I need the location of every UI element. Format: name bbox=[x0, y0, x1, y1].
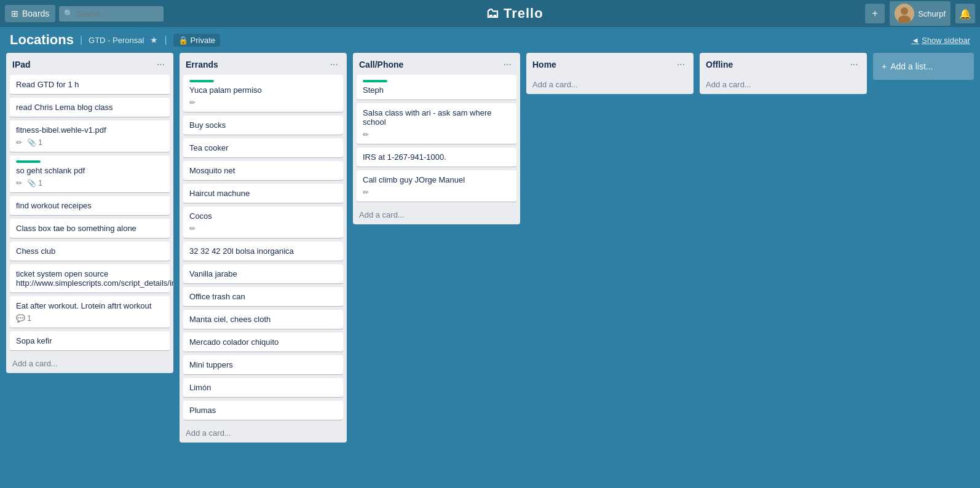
card[interactable]: read Chris Lema blog class bbox=[10, 98, 170, 117]
card-text: Buy socks bbox=[189, 120, 226, 130]
list-cards: Read GTD for 1 hread Chris Lema blog cla… bbox=[6, 75, 173, 354]
separator: | bbox=[80, 34, 82, 45]
list-header: Home··· bbox=[526, 53, 694, 75]
edit-icon: ✏ bbox=[16, 138, 22, 147]
svg-point-1 bbox=[901, 7, 908, 15]
attach-icon: 📎 1 bbox=[27, 179, 42, 187]
nav-left: ⊞ Boards 🔍 bbox=[5, 5, 164, 22]
card-text: Vanilla jarabe bbox=[189, 269, 237, 278]
card[interactable]: fitness-bibel.wehle-v1.pdf✏📎 1 bbox=[10, 120, 170, 152]
card[interactable]: Read GTD for 1 h bbox=[10, 75, 170, 94]
add-card-button[interactable]: Add a card... bbox=[180, 423, 347, 443]
card[interactable]: 32 32 42 20l bolsa inorganica bbox=[183, 242, 343, 261]
add-card-button[interactable]: Add a card... bbox=[700, 75, 867, 94]
list-menu-button[interactable]: ··· bbox=[154, 58, 167, 71]
card[interactable]: Mini tuppers bbox=[183, 355, 343, 374]
list-header: Errands··· bbox=[180, 53, 347, 75]
card-text: fitness-bibel.wehle-v1.pdf bbox=[16, 125, 106, 135]
card[interactable]: Mosquito net bbox=[183, 161, 343, 180]
card[interactable]: Yuca palam permiso✏ bbox=[183, 75, 343, 112]
board-title[interactable]: Locations bbox=[10, 32, 74, 48]
list-header: Call/Phone··· bbox=[353, 53, 520, 75]
edit-icon: ✏ bbox=[363, 130, 369, 139]
card[interactable]: Limón bbox=[183, 378, 343, 397]
add-card-button[interactable]: Add a card... bbox=[526, 75, 694, 94]
chevron-left-icon: ◄ bbox=[911, 36, 919, 45]
add-button[interactable]: + bbox=[865, 4, 885, 23]
list-call-phone: Call/Phone···StephSalsa class with ari -… bbox=[353, 53, 520, 224]
privacy-label: Private bbox=[191, 36, 215, 45]
avatar-image bbox=[895, 4, 914, 23]
add-card-button[interactable]: Add a card... bbox=[6, 354, 173, 373]
card[interactable]: Plumas bbox=[183, 401, 343, 420]
card-text: Mercado colador chiquito bbox=[189, 337, 279, 347]
card[interactable]: so geht schlank pdf✏📎 1 bbox=[10, 155, 170, 192]
notification-button[interactable]: 🔔 bbox=[955, 4, 975, 23]
card-footer: ✏ bbox=[189, 98, 337, 107]
card[interactable]: find workout receipes bbox=[10, 196, 170, 215]
card[interactable]: Manta ciel, chees cloth bbox=[183, 310, 343, 329]
star-icon[interactable]: ★ bbox=[150, 35, 158, 45]
card-footer: ✏📎 1 bbox=[16, 138, 164, 147]
edit-icon: ✏ bbox=[16, 179, 22, 187]
search-wrapper: 🔍 bbox=[59, 6, 164, 22]
card[interactable]: ticket system open source http://www.sim… bbox=[10, 264, 170, 293]
card[interactable]: Chess club bbox=[10, 242, 170, 261]
separator2: | bbox=[164, 34, 167, 45]
nav-center: 🗂 Trello bbox=[168, 6, 860, 22]
list-menu-button[interactable]: ··· bbox=[674, 58, 687, 71]
card[interactable]: Class box tae bo something alone bbox=[10, 219, 170, 238]
card[interactable]: Haircut machune bbox=[183, 184, 343, 203]
card[interactable]: Buy socks bbox=[183, 116, 343, 135]
trello-logo: 🗂 Trello bbox=[486, 6, 543, 22]
card[interactable]: IRS at 1-267-941-1000. bbox=[357, 148, 516, 167]
list-menu-button[interactable]: ··· bbox=[328, 58, 341, 71]
card-text: IRS at 1-267-941-1000. bbox=[363, 152, 446, 162]
lock-icon: 🔒 bbox=[178, 36, 188, 45]
plus-icon: + bbox=[872, 8, 878, 19]
list-title: Errands bbox=[186, 60, 328, 69]
card-text: Steph bbox=[363, 85, 384, 95]
card[interactable]: Steph bbox=[357, 75, 516, 100]
card-text: Yuca palam permiso bbox=[189, 85, 262, 95]
card-footer: ✏ bbox=[363, 130, 510, 139]
list-menu-button[interactable]: ··· bbox=[501, 58, 514, 71]
card-text: Call climb guy JOrge Manuel bbox=[363, 175, 465, 184]
card[interactable]: Call climb guy JOrge Manuel✏ bbox=[357, 170, 516, 202]
user-menu-button[interactable]: Schurpf bbox=[890, 1, 950, 26]
board-area: IPad···Read GTD for 1 hread Chris Lema b… bbox=[0, 53, 980, 484]
card-text: 32 32 42 20l bolsa inorganica bbox=[189, 246, 294, 256]
card[interactable]: Tea cooker bbox=[183, 138, 343, 157]
show-sidebar-button[interactable]: ◄ Show sidebar bbox=[911, 36, 970, 45]
card[interactable]: Cocos✏ bbox=[183, 207, 343, 238]
card[interactable]: Mercado colador chiquito bbox=[183, 333, 343, 352]
attach-icon: 📎 1 bbox=[27, 138, 42, 147]
card-text: Mini tuppers bbox=[189, 360, 233, 369]
add-list-button[interactable]: + Add a list... bbox=[873, 53, 974, 80]
card-label-bar bbox=[189, 80, 214, 82]
card-text: Chess club bbox=[16, 246, 55, 256]
card-text: Sopa kefir bbox=[16, 336, 52, 345]
card[interactable]: Office trash can bbox=[183, 287, 343, 306]
card[interactable]: Salsa class with ari - ask sam where sch… bbox=[357, 103, 516, 144]
card-label-bar bbox=[16, 160, 41, 163]
card-footer: 💬 1 bbox=[16, 314, 164, 323]
trello-logo-icon: 🗂 bbox=[486, 6, 500, 22]
card[interactable]: Eat after workout. Lrotein aftrt workout… bbox=[10, 296, 170, 328]
boards-grid-icon: ⊞ bbox=[11, 9, 18, 18]
card-text: Haircut machune bbox=[189, 189, 250, 198]
boards-button[interactable]: ⊞ Boards bbox=[5, 5, 55, 22]
board-header: Locations | GTD - Peronsal ★ | 🔒 Private… bbox=[0, 27, 980, 53]
list-menu-button[interactable]: ··· bbox=[848, 58, 861, 71]
list-cards: StephSalsa class with ari - ask sam wher… bbox=[353, 75, 520, 205]
plus-icon: + bbox=[882, 61, 887, 71]
list-errands: Errands···Yuca palam permiso✏Buy socksTe… bbox=[180, 53, 347, 443]
add-card-button[interactable]: Add a card... bbox=[353, 205, 520, 224]
search-input[interactable] bbox=[59, 6, 164, 22]
card-text: so geht schlank pdf bbox=[16, 166, 85, 175]
list-title: Call/Phone bbox=[359, 60, 501, 69]
card-text: Read GTD for 1 h bbox=[16, 80, 79, 89]
card[interactable]: Vanilla jarabe bbox=[183, 264, 343, 283]
card[interactable]: Sopa kefir bbox=[10, 331, 170, 350]
list-home: Home···Add a card... bbox=[526, 53, 694, 94]
